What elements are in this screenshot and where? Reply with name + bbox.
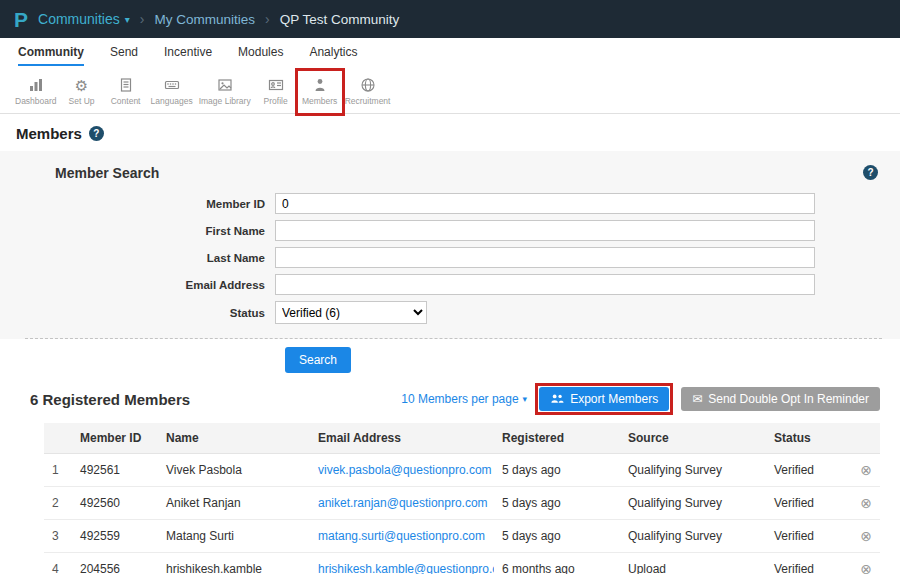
last-name-field[interactable] [275,247,815,268]
table-row: 3 492559 Matang Surti matang.surti@quest… [44,520,880,553]
status-cell: Verified [766,487,846,520]
page-title-row: Members ? [0,114,900,151]
first-name-label: First Name [35,225,275,237]
questionpro-logo[interactable]: P [14,9,28,30]
toolbar-label: Languages [151,96,193,106]
toolbar-label: Profile [257,96,295,106]
row-number: 3 [44,520,72,553]
col-actions [846,423,880,454]
row-number: 2 [44,487,72,520]
table-header-row: Member ID Name Email Address Registered … [44,423,880,454]
communities-menu-label: Communities [38,11,120,27]
toolbar-item-languages[interactable]: Languages [148,71,196,113]
help-icon[interactable]: ? [89,126,104,141]
search-button[interactable]: Search [285,347,351,373]
send-double-opt-in-reminder-button[interactable]: ✉ Send Double Opt In Reminder [681,387,880,411]
toolbar-label: Recruitment [345,96,391,106]
members-group-icon [550,393,564,405]
member-name-cell: Matang Surti [158,520,310,553]
members-per-page-dropdown[interactable]: 10 Members per page ▾ [401,392,527,406]
remove-member-icon[interactable]: ⊗ [846,487,880,520]
export-members-label: Export Members [570,392,658,406]
dashboard-icon [15,75,57,93]
toolbar-item-content[interactable]: Content [104,71,148,113]
member-id-label: Member ID [35,198,275,210]
gear-icon: ⚙ [63,75,101,93]
status-cell: Verified [766,553,846,574]
member-id-cell: 492559 [72,520,158,553]
email-address-field[interactable] [275,274,815,295]
member-name-cell: hrishikesh.kamble [158,553,310,574]
reminder-label: Send Double Opt In Reminder [708,392,869,406]
members-per-page-label: 10 Members per page [401,392,518,406]
results-header: 6 Registered Members 10 Members per page… [0,382,900,419]
registered-cell: 6 months ago [494,553,620,574]
status-label: Status [35,307,275,319]
member-id-cell: 492561 [72,454,158,487]
member-name-cell: Vivek Pasbola [158,454,310,487]
status-select[interactable]: Verified (6) [275,301,427,324]
chevron-down-icon: ▾ [125,14,130,25]
id-card-icon [257,75,295,93]
remove-member-icon[interactable]: ⊗ [846,454,880,487]
tab-analytics[interactable]: Analytics [309,45,357,66]
toolbar-label: Image Library [199,96,251,106]
module-toolbar: Dashboard ⚙ Set Up Content Languages Ima… [0,66,900,114]
member-name-cell: Aniket Ranjan [158,487,310,520]
tab-send[interactable]: Send [110,45,138,66]
registered-cell: 5 days ago [494,520,620,553]
remove-member-icon[interactable]: ⊗ [846,553,880,574]
member-email-link[interactable]: matang.surti@questionpro.com [318,529,485,543]
member-id-field[interactable] [275,193,815,214]
col-source: Source [620,423,766,454]
member-email-link[interactable]: vivek.pasbola@questionpro.com [318,463,492,477]
toolbar-item-profile[interactable]: Profile [254,71,298,113]
toolbar-label: Members [301,96,339,106]
page-title: Members [16,125,82,142]
members-table: Member ID Name Email Address Registered … [44,423,880,574]
table-row: 2 492560 Aniket Ranjan aniket.ranjan@que… [44,487,880,520]
tab-community[interactable]: Community [18,45,84,66]
toolbar-item-image-library[interactable]: Image Library [196,71,254,113]
email-address-label: Email Address [35,279,275,291]
languages-icon [151,75,193,93]
source-cell: Qualifying Survey [620,454,766,487]
image-icon [199,75,251,93]
table-row: 1 492561 Vivek Pasbola vivek.pasbola@que… [44,454,880,487]
first-name-field[interactable] [275,220,815,241]
registered-cell: 5 days ago [494,487,620,520]
col-email: Email Address [310,423,494,454]
toolbar-item-setup[interactable]: ⚙ Set Up [60,71,104,113]
status-cell: Verified [766,520,846,553]
breadcrumb-separator-icon: › [140,11,145,27]
breadcrumb-my-communities[interactable]: My Communities [154,12,255,27]
tab-modules[interactable]: Modules [238,45,283,66]
toolbar-label: Dashboard [15,96,57,106]
breadcrumb-current-community: QP Test Community [280,12,400,27]
member-search-title: Member Search [55,165,159,181]
source-cell: Upload [620,553,766,574]
export-members-button[interactable]: Export Members [539,387,669,411]
communities-menu[interactable]: Communities ▾ [38,11,130,27]
remove-member-icon[interactable]: ⊗ [846,520,880,553]
toolbar-label: Content [107,96,145,106]
source-cell: Qualifying Survey [620,487,766,520]
col-rownum [44,423,72,454]
toolbar-item-recruitment[interactable]: Recruitment [342,71,394,113]
member-id-cell: 492560 [72,487,158,520]
member-email-link[interactable]: hrishikesh.kamble@questionpro.com [318,562,494,574]
chevron-down-icon: ▾ [523,394,528,404]
toolbar-item-members[interactable]: Members [298,71,342,113]
col-registered: Registered [494,423,620,454]
topbar: P Communities ▾ › My Communities › QP Te… [0,0,900,38]
main-tabs: Community Send Incentive Modules Analyti… [0,38,900,66]
member-id-cell: 204556 [72,553,158,574]
source-cell: Qualifying Survey [620,520,766,553]
last-name-label: Last Name [35,252,275,264]
envelope-icon: ✉ [692,392,702,406]
member-search-panel: Member Search ? Member ID First Name Las… [0,151,900,339]
help-icon[interactable]: ? [863,165,878,180]
toolbar-item-dashboard[interactable]: Dashboard [12,71,60,113]
member-email-link[interactable]: aniket.ranjan@questionpro.com [318,496,488,510]
tab-incentive[interactable]: Incentive [164,45,212,66]
